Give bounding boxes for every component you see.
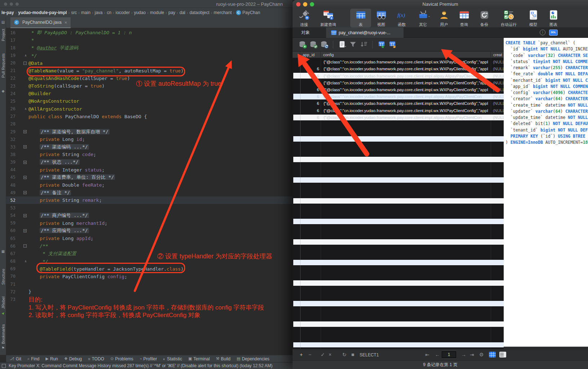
tab-objects[interactable]: 对象 (296, 27, 315, 38)
fold-end-icon[interactable]: ∧ (25, 54, 27, 57)
bookmarks-icon[interactable]: ⚑ (1, 346, 5, 350)
fold-end-icon[interactable]: ∧ (25, 259, 27, 263)
toolwindow-label-bookmarks[interactable]: Bookmarks (1, 324, 5, 344)
ddl-toggle-icon[interactable]: DDL (549, 30, 558, 36)
column-header-config[interactable]: config (321, 52, 491, 58)
breadcrumb-item[interactable]: src (71, 10, 77, 15)
toolbar-item-function[interactable]: f(x)函数 (391, 9, 412, 27)
refresh-icon[interactable]: ↻ (342, 352, 347, 357)
toolwindow-button-find[interactable]: ⌕Find (27, 356, 40, 361)
fold-expand-icon[interactable]: + (23, 191, 27, 194)
table-row[interactable]: 6{"@class":"cn.iocoder.yudao.framework.p… (293, 93, 504, 100)
text-mode-icon[interactable] (338, 40, 346, 49)
fold-collapse-icon[interactable]: - (23, 244, 27, 248)
breadcrumb-item[interactable]: le-pay (1, 10, 14, 15)
fold-expand-icon[interactable]: + (23, 214, 27, 217)
project-icon[interactable]: ▤ (1, 20, 5, 24)
breadcrumb-item[interactable]: dal (179, 10, 185, 15)
toolbar-item-view[interactable]: 视图 (371, 9, 391, 27)
column-header-app_id[interactable]: app_id (300, 52, 321, 58)
tab-paychanneldo-java[interactable]: C PayChannelDO.java × (10, 17, 71, 28)
toolwindow-label-project[interactable]: Project (1, 29, 5, 41)
filter-icon[interactable] (349, 40, 357, 49)
fold-expand-icon[interactable]: + (23, 161, 27, 164)
toolbar-item-chart[interactable]: 图表 (543, 9, 564, 27)
breadcrumb-file[interactable]: PayChan (242, 10, 260, 15)
sort-icon[interactable] (360, 40, 368, 49)
toolbar-item-new-query[interactable]: 新建查询 (313, 9, 343, 27)
toolwindow-button-git[interactable]: ⎇Git (10, 356, 21, 361)
toolbar-item-automation[interactable]: 自动运行 (494, 9, 523, 27)
fold-expand-icon[interactable]: + (23, 176, 27, 179)
close-window-icon[interactable] (4, 3, 7, 6)
table-row[interactable]: 6{"@class":"cn.iocoder.yudao.framework.p… (293, 66, 504, 72)
toolbar-item-others[interactable]: ⌄其它 (412, 9, 434, 27)
breadcrumb-item[interactable]: cn (107, 10, 111, 15)
breadcrumb-item[interactable]: module (150, 10, 164, 15)
prev-record-icon[interactable]: ← (435, 352, 440, 357)
settings-icon[interactable]: ⚙ (479, 352, 484, 357)
delete-record-icon[interactable]: − (308, 352, 311, 357)
fold-expand-icon[interactable]: + (23, 130, 27, 133)
toolwindow-label-pull-requests[interactable]: Pull Requests (1, 53, 5, 78)
table-row[interactable]: 6{"@class":"cn.iocoder.yudao.framework.p… (293, 72, 504, 79)
tab-pay-channel[interactable]: pay_channel@ruoyi-vue-... (326, 27, 404, 38)
minimize-window-icon[interactable] (10, 3, 13, 6)
apply-icon[interactable]: ✓ (321, 352, 325, 357)
toolbar-item-query[interactable]: 查询 (454, 9, 474, 27)
next-record-icon[interactable]: → (461, 352, 466, 357)
export-icon[interactable] (388, 40, 396, 49)
table-row[interactable]: {"@class":"cn.iocoder.yudao.framework.pa… (293, 59, 504, 66)
toolwindow-button-terminal[interactable]: ▣Terminal (188, 356, 210, 361)
breadcrumb-item[interactable]: merchant (214, 10, 232, 15)
toolwindow-button-profiler[interactable]: ◔Profiler (139, 356, 157, 361)
table-row[interactable]: 6{"@class":"cn.iocoder.yudao.framework.p… (293, 100, 504, 107)
table-row[interactable]: 6{"@class":"cn.iocoder.yudao.framework.p… (293, 114, 504, 121)
close-icon[interactable]: × (64, 20, 67, 25)
page-number-input[interactable] (442, 351, 456, 358)
table-row[interactable]: 6{"@class":"cn.iocoder.yudao.framework.p… (293, 107, 504, 114)
breadcrumb-item[interactable]: pay (168, 10, 175, 15)
breadcrumb-item[interactable]: yudao-module-pay-impl (18, 10, 67, 15)
toolwindow-label-structure[interactable]: Structure (1, 269, 5, 285)
toolwindow-button-todo[interactable]: ≡TODO (88, 356, 104, 361)
commit-icon[interactable]: ◆ (1, 89, 5, 93)
toolwindow-button-build[interactable]: ⚒Build (216, 356, 231, 361)
data-grid[interactable]: {"@class":"cn.iocoder.yudao.framework.pa… (293, 58, 504, 349)
add-record-icon[interactable]: + (300, 352, 303, 357)
discard-icon[interactable]: × (329, 352, 331, 357)
toolwindow-button-debug[interactable]: ❖Debug (64, 356, 82, 361)
toolbar-item-model[interactable]: 模型 (523, 9, 543, 27)
table-row[interactable]: 6{"@class":"cn.iocoder.yudao.framework.p… (293, 86, 504, 93)
fold-expand-icon[interactable]: + (23, 229, 27, 232)
begin-transaction-icon[interactable] (299, 40, 307, 49)
grid-view-icon[interactable] (489, 352, 496, 357)
structure-icon[interactable]: ▦ (1, 249, 5, 253)
stop-icon[interactable]: ■ (351, 352, 354, 357)
rollback-icon[interactable] (320, 40, 329, 49)
toolwindow-button-dependencies[interactable]: ▤Dependencies (237, 356, 270, 361)
column-header-creat[interactable]: creat (491, 52, 504, 58)
toolwindow-button-run[interactable]: ▶Run (46, 356, 58, 361)
toolbar-item-table[interactable]: 表 (350, 9, 371, 27)
zoom-window-icon[interactable] (15, 3, 19, 6)
import-icon[interactable] (377, 40, 386, 49)
fold-collapse-icon[interactable]: - (23, 62, 27, 65)
breadcrumb-item[interactable]: dataobject (190, 10, 209, 15)
code-editor[interactable]: 16 * 即 PayAppDO : PayChannelDO = 1 : n17… (6, 28, 293, 355)
last-record-icon[interactable]: ⇥ (470, 352, 474, 357)
jrebel-rocket-icon[interactable]: ➤ (0, 310, 6, 316)
breadcrumb-item[interactable]: yudao (134, 10, 146, 15)
form-view-icon[interactable] (499, 352, 506, 357)
toolwindow-button-problems[interactable]: ⊙Problems (110, 356, 133, 361)
fold-expand-icon[interactable]: + (23, 145, 27, 148)
first-record-icon[interactable]: ⇤ (425, 352, 429, 357)
fold-end-icon[interactable]: ∧ (25, 107, 27, 111)
breadcrumb-item[interactable]: main (81, 10, 90, 15)
breadcrumb-item[interactable]: java (95, 10, 103, 15)
toolbar-item-backup[interactable]: 备份 (474, 9, 494, 27)
table-row[interactable]: 6{"@class":"cn.iocoder.yudao.framework.p… (293, 80, 504, 86)
commit-icon[interactable] (309, 40, 318, 49)
toolwindow-label-jrebel[interactable]: JRebel (1, 297, 5, 309)
toolbar-item-connection[interactable]: 连接 (295, 9, 313, 27)
